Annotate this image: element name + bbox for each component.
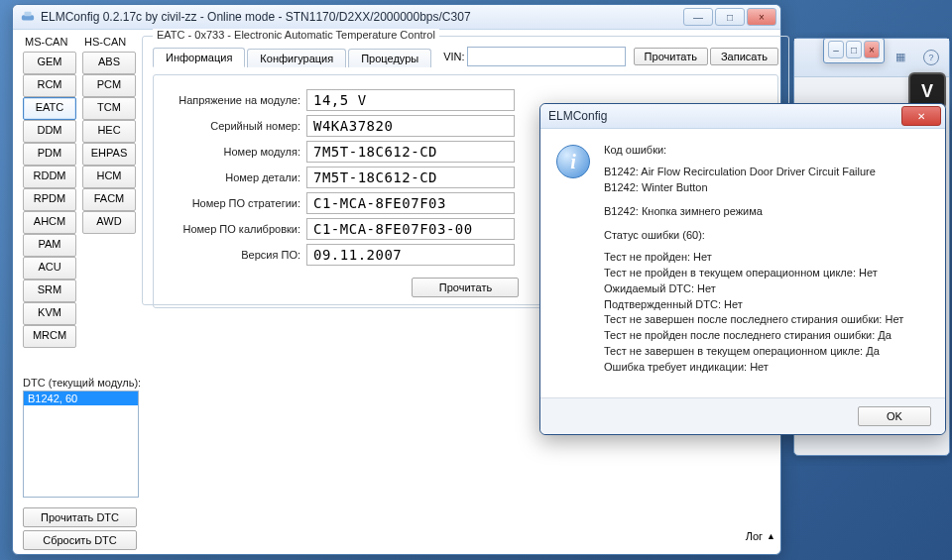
module-btn-hec[interactable]: HEC <box>82 120 136 143</box>
module-btn-eatc[interactable]: EATC <box>23 97 76 120</box>
clear-dtc-button[interactable]: Сбросить DTC <box>23 530 137 550</box>
info-value: 7M5T-18C612-CD <box>306 141 515 163</box>
app-icon <box>21 10 35 24</box>
dialog-status-line: Тест не пройден в текущем операционном ц… <box>604 266 903 281</box>
module-btn-pdm[interactable]: PDM <box>23 143 76 166</box>
dialog-text: Код ошибки: B1242: Air Flow Recirculatio… <box>604 143 903 384</box>
module-btn-ehpas[interactable]: EHPAS <box>82 143 136 166</box>
module-btn-gem[interactable]: GEM <box>23 52 76 74</box>
module-btn-abs[interactable]: ABS <box>82 52 136 74</box>
info-value: 14,5 V <box>306 89 515 111</box>
module-btn-rpdm[interactable]: RPDM <box>23 188 76 211</box>
module-btn-srm[interactable]: SRM <box>23 280 76 302</box>
dtc-list[interactable]: B1242, 60 <box>23 391 139 498</box>
close-button[interactable]: × <box>747 8 776 26</box>
module-btn-tcm[interactable]: TCM <box>82 97 136 120</box>
dtc-panel: DTC (текущий модуль): B1242, 60 Прочитат… <box>23 377 137 550</box>
read-button[interactable]: Прочитать <box>634 48 708 65</box>
dialog-status-line: Подтвержденный DTC: Нет <box>604 297 903 313</box>
log-toggle[interactable]: Лог ▲ <box>746 530 775 542</box>
dialog-line: B1242: Air Flow Recirculation Door Drive… <box>604 165 903 180</box>
log-label: Лог <box>746 530 763 542</box>
module-btn-hcm[interactable]: HCM <box>82 166 136 188</box>
dtc-item[interactable]: B1242, 60 <box>24 392 138 405</box>
info-value: C1-MCA-8FE07F03 <box>306 192 515 214</box>
minimize-button[interactable]: — <box>683 8 713 26</box>
module-btn-facm[interactable]: FACM <box>82 188 136 211</box>
info-value: W4KA37820 <box>306 115 515 137</box>
dialog-close-button[interactable]: ✕ <box>901 106 941 126</box>
help-icon: ? <box>923 50 939 65</box>
module-btn-awd[interactable]: AWD <box>82 211 136 234</box>
tab-config[interactable]: Конфигурация <box>247 49 346 67</box>
dialog-ok-button[interactable]: OK <box>858 406 931 426</box>
tab-info[interactable]: Информация <box>153 48 245 67</box>
info-label: Напряжение на модуле: <box>164 94 300 106</box>
dialog-status-line: Тест не завершен в текущем операционном … <box>604 344 903 360</box>
dialog-status-line: Ожидаемый DTC: Нет <box>604 281 903 297</box>
dialog-status-line: Тест не завершен после последнего стиран… <box>604 312 903 328</box>
vin-label: VIN: <box>443 51 464 62</box>
chevron-up-icon: ▲ <box>767 531 775 541</box>
vin-input[interactable] <box>467 47 626 66</box>
module-btn-mrcm[interactable]: MRCM <box>23 325 76 348</box>
info-label: Номер модуля: <box>164 146 300 158</box>
module-btn-rddm[interactable]: RDDM <box>23 166 76 188</box>
info-label: Номер ПО калибровки: <box>164 223 300 235</box>
info-label: Номер детали: <box>164 171 300 183</box>
module-btn-acu[interactable]: ACU <box>23 257 76 280</box>
module-btn-pam[interactable]: PAM <box>23 234 76 257</box>
tabbar: Информация Конфигурация Процедуры VIN: П… <box>153 47 778 66</box>
info-icon: i <box>556 145 590 178</box>
dialog-status-line: Тест не пройден: Нет <box>604 250 903 266</box>
error-dialog: ELMConfig ✕ i Код ошибки: B1242: Air Flo… <box>539 103 946 435</box>
bg-max-button[interactable]: □ <box>846 41 862 58</box>
write-button[interactable]: Записать <box>710 48 778 65</box>
dialog-status-line: Тест не пройден после последнего стирани… <box>604 328 903 344</box>
info-label: Номер ПО стратегии: <box>164 197 300 209</box>
dialog-status-line: Ошибка требует индикации: Нет <box>604 360 903 376</box>
groupbox-legend: EATC - 0x733 - Electronic Automatic Temp… <box>153 29 439 41</box>
dialog-title: ELMConfig <box>548 109 901 123</box>
module-btn-rcm[interactable]: RCM <box>23 74 76 97</box>
module-btn-ahcm[interactable]: AHCM <box>23 211 76 234</box>
dialog-line: B1242: Winter Button <box>604 180 903 196</box>
svg-rect-1 <box>25 12 32 16</box>
module-btn-kvm[interactable]: KVM <box>23 302 76 325</box>
grid-icon: ▦ <box>895 51 909 64</box>
read-dtc-button[interactable]: Прочитать DTC <box>23 507 137 527</box>
dialog-line: B1242: Кнопка зимнего режима <box>604 204 903 220</box>
maximize-button[interactable]: □ <box>715 8 745 26</box>
info-read-button[interactable]: Прочитать <box>412 278 519 297</box>
bg-close-button[interactable]: × <box>864 41 880 58</box>
mscan-header: MS-CAN <box>23 36 76 50</box>
module-btn-ddm[interactable]: DDM <box>23 120 76 143</box>
main-titlebar: ELMConfig 0.2.17c by civil-zz - Online m… <box>13 5 780 30</box>
bg-min-button[interactable]: – <box>828 41 844 58</box>
info-label: Версия ПО: <box>164 249 300 261</box>
dtc-label: DTC (текущий модуль): <box>23 377 137 389</box>
info-value: C1-MCA-8FE07F03-00 <box>306 218 515 240</box>
dialog-titlebar: ELMConfig ✕ <box>540 104 945 129</box>
hscan-header: HS-CAN <box>82 36 136 50</box>
info-label: Серийный номер: <box>164 120 300 132</box>
main-title: ELMConfig 0.2.17c by civil-zz - Online m… <box>41 10 683 24</box>
info-value: 09.11.2007 <box>306 244 515 266</box>
info-value: 7M5T-18C612-CD <box>306 167 515 188</box>
tab-procedures[interactable]: Процедуры <box>348 49 431 67</box>
dialog-header: Код ошибки: <box>604 143 903 159</box>
module-btn-pcm[interactable]: PCM <box>82 74 136 97</box>
dialog-status-header: Статус ошибки (60): <box>604 228 903 244</box>
